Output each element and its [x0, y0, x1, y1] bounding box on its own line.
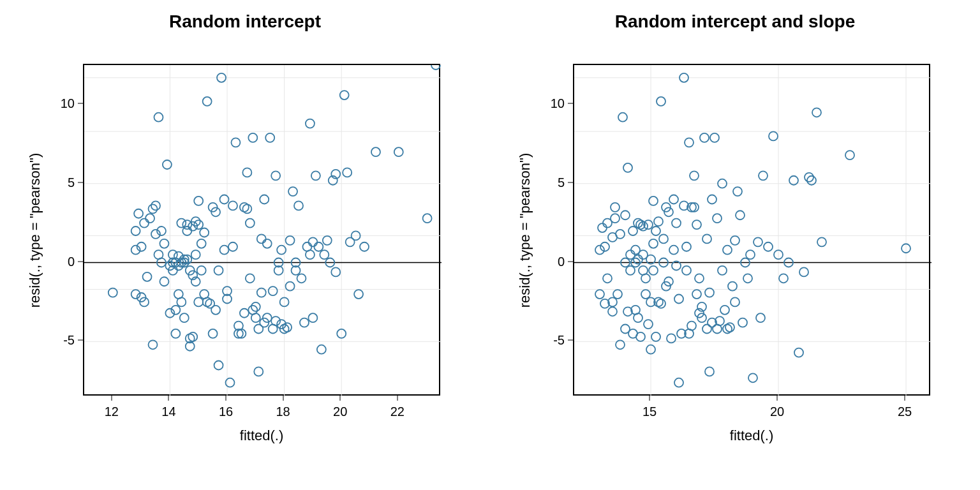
data-point [263, 239, 272, 248]
data-point [271, 171, 280, 180]
xtick-label: 20 [770, 405, 784, 419]
data-point [651, 226, 660, 235]
data-point [431, 65, 440, 70]
data-point [672, 219, 681, 228]
data-point [705, 367, 714, 376]
data-point [649, 266, 658, 275]
ytick-label: -5 [544, 333, 565, 348]
data-point [641, 274, 650, 283]
data-point [641, 290, 650, 299]
data-point [626, 266, 635, 275]
data-point [171, 329, 180, 338]
data-point [323, 236, 332, 245]
data-point [669, 246, 678, 255]
data-point [242, 168, 251, 177]
data-point [623, 163, 632, 172]
data-point [242, 204, 251, 213]
data-point [209, 329, 218, 338]
data-point [246, 274, 255, 283]
ytick-label: 10 [54, 96, 75, 110]
data-point [639, 222, 648, 231]
data-point [240, 309, 249, 318]
data-point [160, 239, 168, 248]
xtick-label: 16 [219, 405, 233, 419]
data-point [182, 226, 191, 235]
data-point [621, 211, 630, 219]
data-point [286, 236, 295, 245]
data-point [759, 171, 768, 180]
data-point [733, 187, 742, 196]
data-point [191, 250, 200, 259]
data-point [595, 246, 604, 255]
data-point [746, 250, 755, 259]
data-point [360, 242, 369, 251]
data-point [294, 201, 303, 210]
xtick-label: 20 [333, 405, 347, 419]
data-point [695, 274, 704, 283]
data-point [644, 320, 653, 329]
data-point [718, 266, 727, 275]
data-point [300, 318, 309, 327]
data-point [748, 373, 757, 382]
data-point [211, 306, 220, 315]
data-point [682, 266, 691, 275]
xtick-label: 14 [161, 405, 175, 419]
data-point [180, 313, 189, 322]
data-point [743, 274, 752, 283]
data-point [154, 113, 163, 122]
data-point [371, 147, 380, 156]
data-point [317, 345, 326, 354]
data-point [674, 294, 683, 303]
data-point [140, 219, 149, 228]
ylabel-right: resid(., type = "pearson") [517, 64, 533, 396]
data-point [723, 246, 732, 255]
data-point [197, 239, 206, 248]
xlabel-right: fitted(.) [573, 427, 930, 444]
plot-svg [84, 65, 442, 397]
data-point [177, 219, 186, 228]
ytick-label: 0 [544, 254, 565, 269]
data-point [720, 306, 729, 315]
data-point [651, 332, 660, 341]
data-point [143, 272, 152, 281]
data-point [799, 267, 808, 276]
data-point [708, 195, 716, 204]
data-point [687, 322, 696, 330]
title-right: Random intercept and slope [490, 11, 980, 32]
data-point [145, 214, 154, 223]
data-point [194, 197, 203, 205]
data-point [394, 147, 403, 156]
data-point [308, 237, 317, 246]
data-point [685, 138, 694, 147]
data-point [311, 171, 320, 180]
data-point [812, 108, 821, 117]
data-point [636, 332, 645, 341]
data-point [649, 197, 658, 205]
data-point [131, 226, 140, 235]
data-point [354, 290, 363, 299]
data-point [669, 195, 678, 204]
data-point [618, 113, 627, 122]
ytick-label: 5 [54, 175, 75, 189]
ytick-label: 5 [544, 175, 565, 189]
data-point [657, 299, 665, 308]
xtick-label: 15 [642, 405, 657, 419]
data-point [314, 242, 323, 251]
data-point [197, 266, 206, 275]
data-point [754, 237, 762, 246]
ytick-label: 0 [54, 254, 75, 269]
data-point [682, 242, 691, 251]
data-point [320, 250, 329, 259]
data-point [845, 151, 854, 160]
data-point [764, 242, 773, 251]
data-point [134, 209, 143, 218]
xtick-label: 22 [390, 405, 405, 419]
plot-area-right [573, 64, 930, 396]
data-point [265, 133, 274, 142]
ytick-label: -5 [54, 333, 75, 348]
data-point [331, 267, 340, 276]
data-point [731, 236, 739, 245]
data-point [228, 201, 237, 210]
data-point [251, 313, 260, 322]
data-point [634, 313, 642, 322]
